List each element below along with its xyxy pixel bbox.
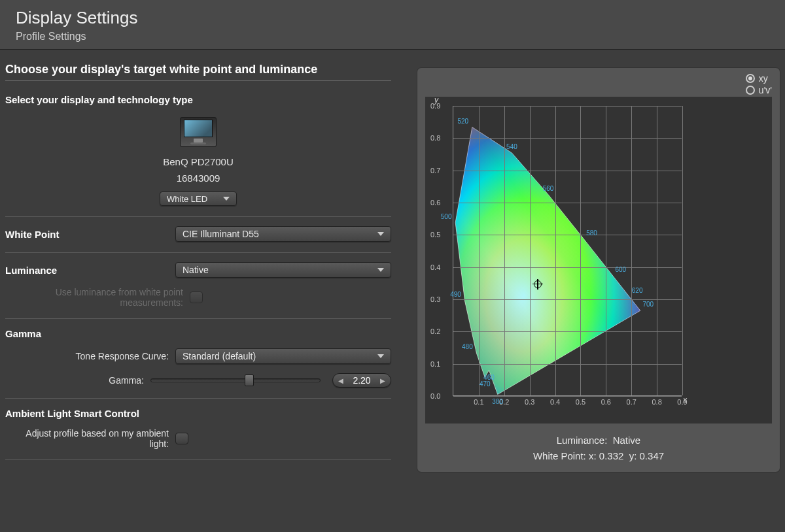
readout-wp-y: 0.347 [640, 450, 665, 461]
radio-unselected-icon [746, 86, 755, 95]
white-point-label: White Point [5, 229, 175, 240]
white-point-dropdown[interactable]: CIE Illuminant D55 [175, 226, 391, 242]
white-point-value: CIE Illuminant D55 [183, 229, 259, 239]
trc-value: Standard (default) [183, 351, 256, 361]
luminance-from-measurement-label: Use luminance from white point measureme… [5, 287, 190, 308]
y-tick: 0.8 [430, 134, 440, 142]
wavelength-label: 380 [492, 397, 503, 405]
chevron-down-icon [377, 354, 384, 358]
x-tick: 0.3 [525, 398, 534, 406]
white-point-target-icon [534, 280, 542, 288]
chevron-down-icon [377, 268, 384, 272]
x-tick: 0.7 [627, 398, 637, 406]
gamma-stepper[interactable]: ◀ 2.20 ▶ [332, 373, 391, 388]
y-tick: 0.3 [430, 295, 440, 303]
wavelength-label: 700 [642, 301, 654, 308]
cie-locus-shape [453, 106, 682, 396]
mode-xy-label: xy [759, 73, 768, 84]
readout-luminance-label: Luminance: [557, 435, 608, 446]
gamma-heading: Gamma [5, 328, 175, 339]
y-tick: 0.4 [430, 263, 440, 271]
settings-form: Choose your display's target white point… [5, 63, 391, 472]
wavelength-label: 470 [480, 380, 491, 388]
monitor-icon[interactable] [180, 117, 217, 147]
gamma-increase-icon[interactable]: ▶ [380, 377, 385, 384]
wavelength-label: 620 [632, 287, 643, 294]
chevron-down-icon [377, 232, 384, 236]
x-tick: 0.4 [550, 398, 560, 406]
x-tick: 0.1 [474, 398, 483, 406]
y-tick: 0.6 [430, 199, 440, 207]
readout-luminance-value: Native [613, 435, 641, 446]
x-tick: 0.6 [601, 398, 611, 406]
technology-dropdown[interactable]: White LED [160, 191, 237, 206]
readout-wp-label: White Point: [533, 450, 586, 461]
readout-wp-x-label: x: [589, 450, 597, 461]
ambient-heading: Ambient Light Smart Control [5, 408, 175, 419]
x-tick: 0.8 [652, 398, 661, 406]
radio-selected-icon [746, 74, 755, 83]
page-title: Display Settings [16, 8, 769, 28]
y-tick: 0.5 [430, 231, 440, 239]
x-tick: 0.9 [677, 398, 687, 406]
readout-wp-y-label: y: [629, 450, 637, 461]
trc-dropdown[interactable]: Standard (default) [175, 348, 391, 364]
wavelength-label: 540 [506, 143, 517, 150]
readout-wp-x: 0.332 [599, 450, 624, 461]
gamma-slider-label: Gamma: [5, 375, 150, 386]
y-tick: 0.2 [430, 327, 440, 335]
chevron-down-icon [223, 197, 230, 201]
mode-uv-radio[interactable]: u'v' [746, 85, 772, 95]
trc-label: Tone Response Curve: [5, 351, 175, 361]
wavelength-label: 520 [457, 117, 468, 124]
mode-uv-label: u'v' [759, 85, 772, 95]
ambient-adjust-label: Adjust profile based on my ambient light… [5, 428, 175, 449]
main-heading: Choose your display's target white point… [5, 63, 391, 81]
cie-chromaticity-chart: y x 0.10.20.30.40.50.60.70.80.9380460470… [425, 97, 772, 424]
header: Display Settings Profile Settings [0, 0, 785, 50]
y-tick: 0.0 [430, 392, 440, 400]
x-tick: 0.5 [576, 398, 585, 406]
chromaticity-panel: xy u'v' y [417, 68, 780, 472]
ambient-adjust-checkbox[interactable] [175, 433, 188, 444]
display-name: BenQ PD2700U [163, 156, 234, 167]
wavelength-label: 480 [462, 343, 473, 350]
y-tick: 0.7 [430, 167, 440, 175]
luminance-value: Native [183, 265, 209, 275]
gamma-slider-thumb[interactable] [245, 374, 254, 386]
gamma-decrease-icon[interactable]: ◀ [338, 377, 343, 384]
wavelength-label: 490 [450, 291, 461, 298]
technology-value: White LED [167, 194, 207, 204]
luminance-label: Luminance [5, 265, 175, 276]
y-tick: 0.9 [430, 102, 440, 110]
wavelength-label: 580 [586, 229, 597, 236]
wavelength-label: 560 [543, 184, 554, 191]
display-id: 16843009 [177, 173, 220, 184]
y-tick: 0.1 [430, 360, 440, 368]
page-subtitle: Profile Settings [16, 31, 769, 42]
luminance-from-measurement-checkbox [190, 291, 203, 303]
select-display-heading: Select your display and technology type [5, 94, 391, 105]
gamma-slider[interactable] [150, 378, 321, 382]
wavelength-label: 600 [615, 265, 626, 273]
mode-xy-radio[interactable]: xy [746, 73, 772, 84]
wavelength-label: 460 [483, 373, 495, 380]
luminance-dropdown[interactable]: Native [175, 262, 391, 278]
wavelength-label: 500 [441, 212, 452, 220]
gamma-value: 2.20 [350, 375, 374, 386]
